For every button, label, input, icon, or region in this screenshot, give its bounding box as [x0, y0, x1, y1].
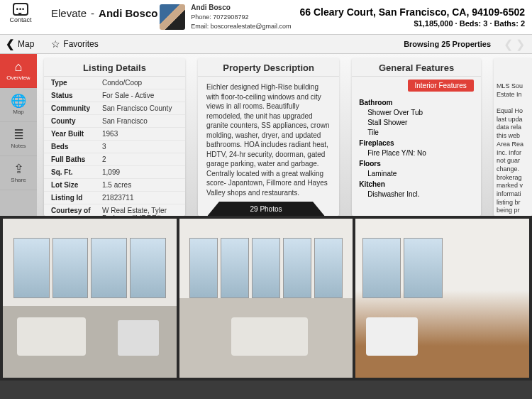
- feature-item: Dishwasher Incl.: [359, 190, 474, 198]
- interior-features-badge[interactable]: Interior Features: [408, 80, 474, 92]
- listing-key: County: [51, 117, 102, 125]
- feature-heading: Kitchen: [359, 180, 474, 188]
- feature-heading: Floors: [359, 160, 474, 168]
- prev-property-button[interactable]: ❮: [502, 38, 514, 51]
- listing-key: Year Built: [51, 130, 102, 138]
- agent-phone: 7072908792: [213, 13, 248, 21]
- listing-value: San Francisco: [102, 117, 178, 125]
- feature-sections: BathroomShower Over TubStall ShowerTileF…: [352, 94, 481, 200]
- brand-name: Elevate: [51, 7, 87, 19]
- sofa-graphic: [17, 317, 87, 356]
- listing-row: CommunitySan Francisco County: [44, 102, 185, 115]
- window-graphic: [189, 238, 342, 298]
- card-title: Listing Details: [44, 58, 185, 77]
- feature-item: Fire Place Y/N: No: [359, 149, 474, 157]
- browsing-label: Browsing 25 Properties: [404, 40, 491, 48]
- card-title: Property Description: [198, 58, 339, 77]
- listing-value: 1.5 acres: [102, 181, 178, 189]
- sidebar-item-label: Overview: [6, 75, 30, 81]
- feature-item: Tile: [359, 129, 474, 136]
- listing-key: Lot Size: [51, 181, 102, 189]
- listing-row: Courtesy ofW Real Estate, Tyler Pedronce…: [44, 204, 185, 216]
- sidebar-item-share[interactable]: ⇪ Share: [0, 156, 37, 190]
- detail-cards[interactable]: Listing Details TypeCondo/CoopStatusFor …: [37, 54, 532, 216]
- listing-row: Sq. Ft.1,099: [44, 166, 185, 179]
- listing-row: Listing Id21823711: [44, 192, 185, 204]
- feature-heading: Fireplaces: [359, 139, 474, 147]
- listing-value: 21823711: [102, 194, 178, 202]
- listing-value: W Real Estate, Tyler Pedroncelli (DRE#: [102, 207, 178, 216]
- chevron-left-icon: ❮: [6, 38, 15, 50]
- agent-display-name: Andi Bosco: [99, 7, 157, 19]
- share-icon: ⇪: [13, 163, 24, 175]
- agent-block: Andi Bosco Phone: 7072908792 Email: bosc…: [160, 3, 528, 31]
- favorites-button[interactable]: ☆ Favorites: [51, 38, 98, 50]
- property-address: 66 Cleary Court, San Francisco, CA, 9410…: [300, 6, 525, 18]
- listing-value: San Francisco County: [102, 104, 178, 112]
- listing-key: Sq. Ft.: [51, 168, 102, 176]
- description-text: Eichler designed High-Rise building with…: [198, 77, 339, 203]
- property-photo[interactable]: [3, 219, 177, 378]
- listing-row: Year Built1963: [44, 128, 185, 141]
- listing-key: Beds: [51, 143, 102, 151]
- agent-photo[interactable]: [160, 4, 185, 30]
- agent-email: boscorealestate@gmail.com: [211, 23, 292, 30]
- listing-value: 3: [102, 143, 178, 151]
- phone-label: Phone:: [191, 13, 211, 21]
- sofa-graphic: [366, 317, 418, 356]
- photos-tab[interactable]: 29 Photos: [207, 202, 324, 216]
- next-property-button[interactable]: ❯: [514, 38, 526, 51]
- photo-strip[interactable]: [0, 216, 532, 381]
- window-graphic: [13, 238, 166, 298]
- listing-key: Type: [51, 79, 102, 87]
- sidebar-item-label: Notes: [11, 143, 26, 149]
- listing-key: Status: [51, 92, 102, 99]
- agent-name: Andi Bosco: [191, 3, 291, 13]
- disclaimer-text: MLS Sou Estate In Equal Ho last upda dat…: [494, 77, 532, 216]
- listing-value: Condo/Coop: [102, 79, 178, 87]
- sidebar-item-label: Share: [11, 177, 26, 183]
- listing-value: 1,099: [102, 168, 178, 176]
- listing-row: CountySan Francisco: [44, 115, 185, 128]
- app-header: ••• Contact Elevate - Andi Bosco Andi Bo…: [0, 0, 532, 34]
- chair-graphic: [118, 320, 160, 355]
- contact-button[interactable]: ••• Contact: [4, 3, 37, 23]
- general-features-card: General Features Interior Features Bathr…: [352, 58, 481, 216]
- listing-key: Community: [51, 104, 102, 112]
- property-stats: $1,185,000 · Beds: 3 · Baths: 2: [300, 19, 525, 28]
- brand-dash: -: [87, 7, 99, 19]
- chat-icon: •••: [13, 3, 28, 16]
- window-graphic: [362, 238, 443, 298]
- listing-key: Full Baths: [51, 155, 102, 163]
- feature-item: Laminate: [359, 170, 474, 177]
- property-photo[interactable]: [355, 219, 529, 378]
- photos-count-label: 29 Photos: [250, 205, 282, 213]
- bottom-strip: [0, 381, 532, 399]
- listing-value: 1963: [102, 130, 178, 138]
- sidebar-item-notes[interactable]: ≣ Notes: [0, 122, 37, 156]
- back-label: Map: [18, 39, 34, 49]
- sub-header: ❮ Map ☆ Favorites Browsing 25 Properties…: [0, 34, 532, 54]
- home-icon: ⌂: [15, 60, 23, 73]
- notes-icon: ≣: [13, 129, 24, 141]
- listing-row: StatusFor Sale - Active: [44, 89, 185, 102]
- card-title: General Features: [352, 58, 481, 77]
- back-button[interactable]: ❮ Map: [6, 38, 34, 50]
- left-sidebar: ⌂ Overview 🌐 Map ≣ Notes ⇪ Share: [0, 54, 37, 216]
- listing-row: Full Baths2: [44, 153, 185, 166]
- favorites-label: Favorites: [63, 39, 98, 49]
- listing-row: Beds3: [44, 141, 185, 153]
- brand-area: Elevate - Andi Bosco: [37, 3, 157, 19]
- sidebar-item-label: Map: [13, 109, 24, 115]
- sidebar-item-overview[interactable]: ⌂ Overview: [0, 54, 37, 88]
- feature-heading: Bathroom: [359, 99, 474, 106]
- listing-row: TypeCondo/Coop: [44, 77, 185, 89]
- sidebar-item-map[interactable]: 🌐 Map: [0, 88, 37, 122]
- property-photo[interactable]: [179, 219, 353, 378]
- listing-key: Listing Id: [51, 194, 102, 202]
- email-label: Email:: [191, 23, 209, 30]
- contact-label: Contact: [9, 16, 31, 23]
- listing-rows: TypeCondo/CoopStatusFor Sale - ActiveCom…: [44, 77, 185, 216]
- address-column: 66 Cleary Court, San Francisco, CA, 9410…: [300, 6, 528, 28]
- property-description-card: Property Description Eichler designed Hi…: [198, 58, 339, 216]
